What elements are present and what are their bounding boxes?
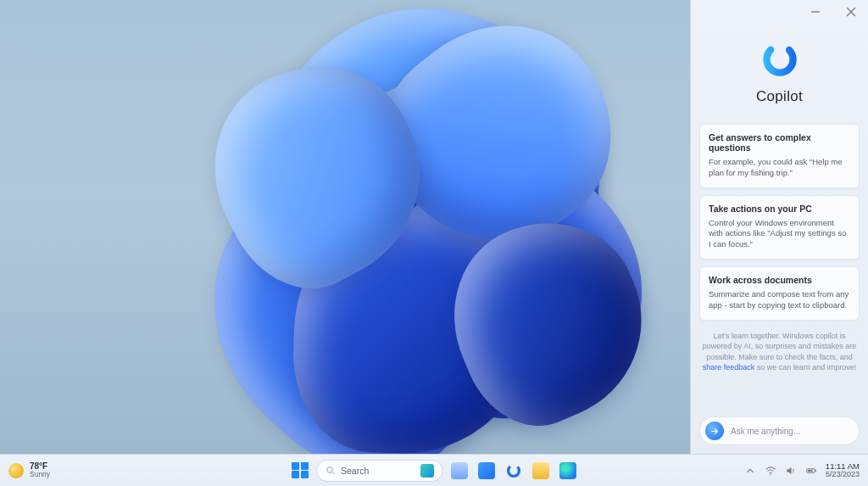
card-body: Summarize and compose text from any app …: [709, 289, 850, 311]
suggestion-card-actions[interactable]: Take actions on your PC Control your Win…: [699, 195, 860, 260]
svg-line-5: [332, 472, 335, 474]
svg-rect-9: [815, 469, 816, 471]
minimize-button[interactable]: [809, 5, 822, 19]
ask-input[interactable]: [731, 427, 850, 436]
start-button[interactable]: [289, 460, 311, 482]
card-title: Work across documents: [709, 275, 850, 285]
weather-widget[interactable]: 78°F Sunny: [8, 462, 50, 478]
copilot-ask-icon: [705, 422, 724, 440]
card-body: Control your Windows environment with ac…: [709, 218, 850, 250]
clock[interactable]: 11:11 AM 5/23/2023: [826, 462, 860, 478]
svg-rect-10: [808, 469, 813, 471]
copilot-icon: [504, 461, 523, 480]
search-label: Search: [341, 466, 369, 476]
wifi-icon[interactable]: [765, 465, 776, 477]
file-explorer-icon: [532, 462, 549, 479]
windows-logo-icon: [292, 462, 309, 479]
copilot-logo-icon: [761, 41, 798, 81]
tray-overflow-icon[interactable]: [744, 465, 756, 477]
task-view-icon: [451, 462, 468, 479]
search-icon: [326, 466, 336, 476]
file-explorer-button[interactable]: [530, 460, 552, 482]
svg-point-6: [506, 462, 521, 478]
suggestion-card-documents[interactable]: Work across documents Summarize and comp…: [699, 266, 860, 321]
edge-icon: [559, 462, 576, 479]
volume-icon[interactable]: [785, 465, 797, 477]
copilot-title: Copilot: [756, 88, 803, 105]
card-title: Get answers to complex questions: [709, 132, 850, 153]
clock-date: 5/23/2023: [826, 471, 860, 478]
svg-point-3: [761, 41, 798, 78]
copilot-disclaimer: Let's learn together. Windows copilot is…: [701, 331, 858, 373]
battery-icon[interactable]: [805, 465, 817, 477]
bing-chat-icon[interactable]: [420, 464, 434, 478]
card-title: Take actions on your PC: [709, 204, 850, 214]
taskbar: 78°F Sunny Search 11:11 AM 5/23/2023: [0, 454, 868, 486]
taskbar-search[interactable]: Search: [316, 460, 443, 482]
share-feedback-link[interactable]: share feedback: [703, 363, 755, 371]
weather-condition: Sunny: [30, 471, 50, 478]
suggestion-card-questions[interactable]: Get answers to complex questions For exa…: [699, 124, 860, 188]
task-view-button[interactable]: [448, 460, 470, 482]
card-body: For example, you could ask "Help me plan…: [709, 157, 850, 179]
edge-button[interactable]: [557, 460, 579, 482]
svg-point-4: [327, 466, 333, 472]
close-button[interactable]: [844, 5, 858, 19]
chat-icon: [478, 462, 495, 479]
bloom-graphic: [95, 0, 717, 486]
copilot-taskbar-button[interactable]: [503, 460, 525, 482]
weather-sun-icon: [8, 463, 24, 478]
svg-point-7: [770, 473, 771, 475]
ask-input-container[interactable]: [699, 416, 860, 445]
chat-button[interactable]: [476, 460, 498, 482]
copilot-sidebar: Copilot Get answers to complex questions…: [690, 0, 868, 454]
